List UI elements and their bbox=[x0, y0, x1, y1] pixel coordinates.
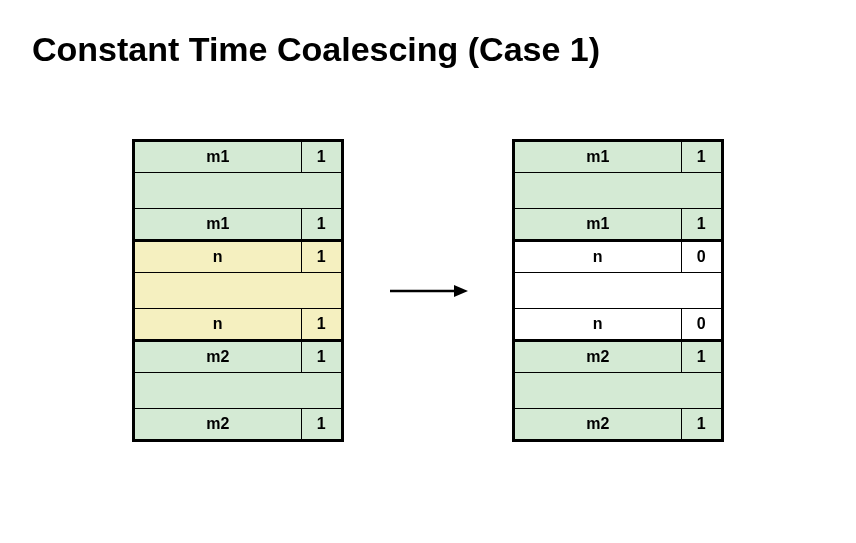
svg-marker-1 bbox=[454, 285, 468, 297]
m1-header-alloc: 1 bbox=[301, 141, 342, 173]
memory-before: m1 1 m1 1 n 1 n 1 m2 1 m2 1 bbox=[132, 139, 344, 442]
m2-header-size: m2 bbox=[134, 341, 302, 373]
page-title: Constant Time Coalescing (Case 1) bbox=[0, 0, 856, 69]
m1-footer-alloc: 1 bbox=[301, 209, 342, 241]
m2-payload bbox=[514, 373, 723, 409]
n-footer-size: n bbox=[134, 309, 302, 341]
n-payload bbox=[134, 273, 343, 309]
m2-header-alloc: 1 bbox=[301, 341, 342, 373]
n-footer-alloc: 0 bbox=[681, 309, 722, 341]
m2-header-size: m2 bbox=[514, 341, 682, 373]
m1-payload bbox=[514, 173, 723, 209]
m1-footer-size: m1 bbox=[514, 209, 682, 241]
m1-footer-alloc: 1 bbox=[681, 209, 722, 241]
n-footer-size: n bbox=[514, 309, 682, 341]
m1-header-alloc: 1 bbox=[681, 141, 722, 173]
n-payload bbox=[514, 273, 723, 309]
n-header-size: n bbox=[514, 241, 682, 273]
m2-footer-alloc: 1 bbox=[681, 409, 722, 441]
n-footer-alloc: 1 bbox=[301, 309, 342, 341]
arrow-icon bbox=[388, 281, 468, 301]
n-header-size: n bbox=[134, 241, 302, 273]
m1-payload bbox=[134, 173, 343, 209]
m1-header-size: m1 bbox=[134, 141, 302, 173]
m2-footer-alloc: 1 bbox=[301, 409, 342, 441]
memory-after: m1 1 m1 1 n 0 n 0 m2 1 m2 1 bbox=[512, 139, 724, 442]
m2-header-alloc: 1 bbox=[681, 341, 722, 373]
m2-footer-size: m2 bbox=[134, 409, 302, 441]
m2-footer-size: m2 bbox=[514, 409, 682, 441]
m1-header-size: m1 bbox=[514, 141, 682, 173]
n-header-alloc: 1 bbox=[301, 241, 342, 273]
diagram-stage: m1 1 m1 1 n 1 n 1 m2 1 m2 1 bbox=[0, 139, 856, 442]
n-header-alloc: 0 bbox=[681, 241, 722, 273]
m1-footer-size: m1 bbox=[134, 209, 302, 241]
m2-payload bbox=[134, 373, 343, 409]
